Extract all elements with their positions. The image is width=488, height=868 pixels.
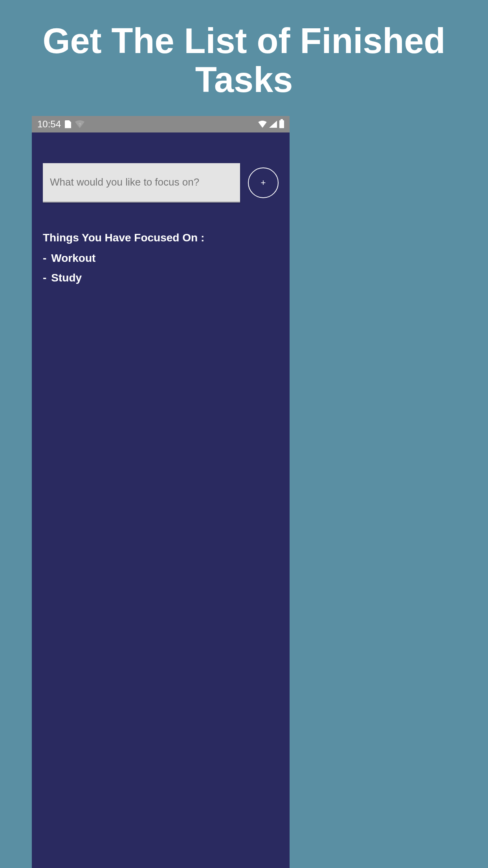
task-label: Study [51,272,82,284]
wifi-unknown-icon: ? [75,120,84,128]
status-time: 10:54 [37,119,61,130]
task-item: - Study [43,272,279,284]
task-item: - Workout [43,252,279,265]
task-label: Workout [51,252,95,265]
wifi-icon [258,121,267,128]
task-list: - Workout - Study [43,252,279,284]
status-bar-left: 10:54 ? [37,119,84,130]
task-bullet: - [43,272,46,284]
cell-signal-icon [269,121,277,128]
battery-icon [279,120,284,128]
add-task-button[interactable]: + [248,167,279,198]
status-bar-right [258,120,284,128]
sd-card-icon [65,120,71,128]
task-bullet: - [43,252,46,265]
app-content: + Things You Have Focused On : - Workout… [32,132,290,284]
focus-input[interactable] [43,163,240,202]
svg-text:?: ? [79,123,81,127]
phone-frame: 10:54 ? + Things You Have Focused [32,116,290,868]
focused-section-heading: Things You Have Focused On : [43,232,279,244]
status-bar: 10:54 ? [32,116,290,132]
focus-input-row: + [43,163,279,202]
promo-title: Get The List of Finished Tasks [0,0,488,99]
